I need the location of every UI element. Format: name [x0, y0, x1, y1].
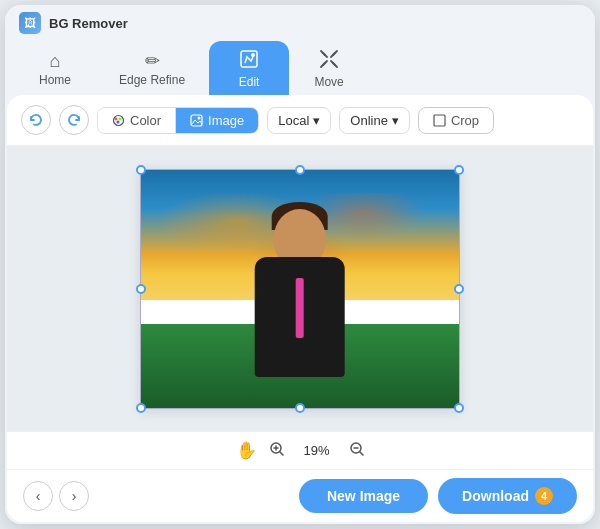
zoom-in-icon[interactable]	[269, 441, 285, 460]
svg-rect-6	[191, 115, 202, 126]
edit-icon	[239, 49, 259, 72]
undo-button[interactable]	[21, 105, 51, 135]
main-content: Color Image Local ▾ Online ▾	[7, 95, 593, 522]
tab-edit-label: Edit	[239, 75, 260, 89]
title-bar: 🖼 BG Remover	[5, 5, 595, 41]
tab-edge-refine-label: Edge Refine	[119, 73, 185, 87]
image-canvas	[140, 169, 460, 409]
new-image-button[interactable]: New Image	[299, 479, 428, 513]
crop-button[interactable]: Crop	[418, 107, 494, 134]
svg-point-3	[115, 117, 118, 120]
local-dropdown[interactable]: Local ▾	[267, 107, 331, 134]
chevron-down-icon: ▾	[313, 113, 320, 128]
handle-bottom-left[interactable]	[136, 403, 146, 413]
zoom-out-icon[interactable]	[349, 441, 365, 460]
zoom-percent: 19%	[297, 443, 337, 458]
svg-point-5	[117, 120, 120, 123]
handle-left-mid[interactable]	[136, 284, 146, 294]
svg-point-7	[198, 116, 201, 119]
svg-point-4	[119, 117, 122, 120]
prev-button[interactable]: ‹	[23, 481, 53, 511]
download-badge: 4	[535, 487, 553, 505]
svg-rect-8	[434, 115, 445, 126]
handle-right-mid[interactable]	[454, 284, 464, 294]
svg-point-2	[114, 115, 124, 125]
hand-tool-icon[interactable]: ✋	[236, 440, 257, 461]
handle-top-mid[interactable]	[295, 165, 305, 175]
image-button[interactable]: Image	[176, 108, 258, 133]
color-image-segment: Color Image	[97, 107, 259, 134]
next-button[interactable]: ›	[59, 481, 89, 511]
tab-home-label: Home	[39, 73, 71, 87]
redo-button[interactable]	[59, 105, 89, 135]
tab-edge-refine[interactable]: ✏ Edge Refine	[95, 41, 209, 95]
app-window: 🖼 BG Remover ⌂ Home ✏ Edge Refine Edit	[5, 5, 595, 524]
tab-move[interactable]: Move	[289, 41, 369, 95]
canvas-area[interactable]	[7, 146, 593, 431]
tab-move-label: Move	[314, 75, 343, 89]
person-image	[141, 170, 459, 408]
move-icon	[319, 49, 339, 72]
nav-arrows: ‹ ›	[23, 481, 89, 511]
app-title: BG Remover	[49, 16, 128, 31]
online-dropdown[interactable]: Online ▾	[339, 107, 410, 134]
handle-bottom-mid[interactable]	[295, 403, 305, 413]
handle-top-left[interactable]	[136, 165, 146, 175]
zoom-bar: ✋ 19%	[7, 431, 593, 469]
handle-bottom-right[interactable]	[454, 403, 464, 413]
person-layer	[189, 198, 412, 407]
app-icon: 🖼	[19, 12, 41, 34]
tab-home[interactable]: ⌂ Home	[15, 41, 95, 95]
action-buttons: New Image Download 4	[299, 478, 577, 514]
handle-top-right[interactable]	[454, 165, 464, 175]
person-lanyard	[296, 278, 304, 338]
tab-edit[interactable]: Edit	[209, 41, 289, 95]
color-button[interactable]: Color	[98, 108, 176, 133]
home-icon: ⌂	[50, 52, 61, 70]
toolbar: Color Image Local ▾ Online ▾	[7, 95, 593, 146]
nav-tabs: ⌂ Home ✏ Edge Refine Edit	[5, 41, 595, 95]
edge-refine-icon: ✏	[145, 52, 160, 70]
chevron-down-icon: ▾	[392, 113, 399, 128]
download-button[interactable]: Download 4	[438, 478, 577, 514]
svg-point-1	[251, 53, 255, 57]
bottom-bar: ‹ › New Image Download 4	[7, 469, 593, 522]
